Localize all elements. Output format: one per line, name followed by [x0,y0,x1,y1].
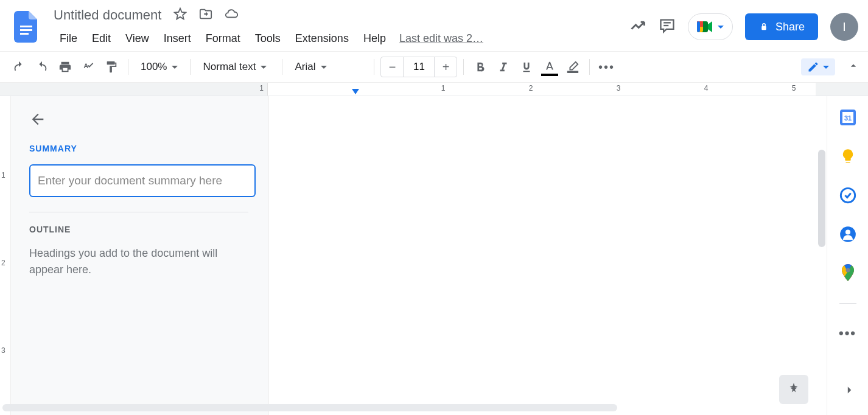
hide-side-panel-button[interactable] [841,382,857,400]
account-avatar[interactable]: I [830,13,858,41]
vruler-mark: 1 [1,171,5,180]
svg-rect-9 [761,26,766,30]
ruler-mark: 3 [617,84,621,92]
avatar-initial: I [842,20,846,34]
caret-down-icon [261,66,267,69]
menu-insert[interactable]: Insert [156,30,198,47]
collapse-toolbar-button[interactable] [847,60,859,74]
ruler-mark: 5 [792,84,796,92]
move-icon[interactable] [199,7,212,23]
docs-logo[interactable] [5,2,47,51]
separator [839,303,856,304]
vertical-ruler[interactable]: 1 2 3 [0,96,11,415]
text-color-button[interactable] [539,57,560,77]
explore-button[interactable] [779,375,808,404]
last-edit-link[interactable]: Last edit was 2… [399,32,483,45]
more-toolbar-button[interactable]: ••• [596,57,617,77]
vruler-mark: 2 [1,259,5,267]
toolbar: 100% Normal text Arial − 11 + ••• [0,51,868,83]
menu-format[interactable]: Format [198,30,248,47]
calendar-app-icon[interactable]: 31 [839,108,857,127]
comments-icon[interactable] [659,17,676,37]
menu-edit[interactable]: Edit [85,30,118,47]
zoom-select[interactable]: 100% [135,57,184,77]
svg-point-15 [845,229,850,234]
separator [374,59,374,75]
ruler-mark: 2 [529,84,533,92]
indent-marker-icon[interactable] [352,89,359,94]
menu-file[interactable]: File [52,30,85,47]
style-select[interactable]: Normal text [197,57,276,77]
font-size-decrease[interactable]: − [381,60,403,74]
share-button[interactable]: Share [745,13,818,40]
horizontal-ruler[interactable]: 1 1 2 3 4 5 [0,83,868,96]
menu-extensions[interactable]: Extensions [288,30,356,47]
share-label: Share [775,21,805,33]
tasks-app-icon[interactable] [839,186,857,204]
cloud-status-icon[interactable] [225,7,238,23]
keep-app-icon[interactable] [839,147,857,166]
menu-tools[interactable]: Tools [248,30,288,47]
svg-text:31: 31 [844,114,851,122]
highlight-button[interactable] [562,57,583,77]
separator [463,59,464,75]
print-button[interactable] [55,57,75,77]
menu-help[interactable]: Help [356,30,393,47]
spellcheck-button[interactable] [78,57,99,77]
close-outline-button[interactable] [29,111,46,128]
editing-mode-button[interactable] [801,58,835,75]
outline-label: OUTLINE [29,225,256,234]
menu-view[interactable]: View [118,30,156,47]
star-icon[interactable] [173,7,187,23]
ruler-mark: 4 [704,84,709,92]
font-size-input[interactable]: 11 [403,57,435,77]
svg-rect-0 [20,26,32,27]
text-color-swatch [541,74,558,76]
underline-button[interactable] [516,57,537,77]
maps-app-icon[interactable] [839,264,857,282]
side-panel: 31 ••• [827,96,868,415]
bold-button[interactable] [470,57,491,77]
outline-empty-text: Headings you add to the document will ap… [29,245,242,278]
italic-button[interactable] [493,57,514,77]
caret-down-icon [172,66,178,69]
font-size-group: − 11 + [380,57,457,77]
divider [29,212,248,212]
separator [128,59,128,75]
ruler-mark: 1 [441,84,446,92]
vertical-scrollbar[interactable] [818,150,825,247]
separator [190,59,191,75]
undo-button[interactable] [9,57,29,77]
outline-panel: SUMMARY OUTLINE Headings you add to the … [11,96,268,415]
paint-format-button[interactable] [101,57,122,77]
font-size-increase[interactable]: + [435,60,457,74]
font-select[interactable]: Arial [289,57,368,77]
ruler-mark: 1 [259,84,264,92]
document-title[interactable]: Untitled document [54,7,161,23]
horizontal-scrollbar[interactable] [2,404,617,411]
svg-rect-1 [20,29,32,31]
get-addons-button[interactable]: ••• [839,324,857,343]
caret-down-icon [321,66,327,69]
svg-point-17 [845,268,850,273]
document-page[interactable] [268,96,827,415]
separator [589,59,590,75]
caret-down-icon [718,26,724,29]
caret-down-icon [823,66,829,69]
summary-label: SUMMARY [29,144,256,153]
svg-rect-2 [20,33,29,35]
meet-button[interactable] [688,13,733,40]
separator [282,59,282,75]
summary-input[interactable] [29,164,256,197]
redo-button[interactable] [32,57,52,77]
contacts-app-icon[interactable] [839,225,857,243]
svg-rect-8 [697,21,700,32]
activity-icon[interactable] [629,17,646,37]
vruler-mark: 3 [1,346,5,355]
